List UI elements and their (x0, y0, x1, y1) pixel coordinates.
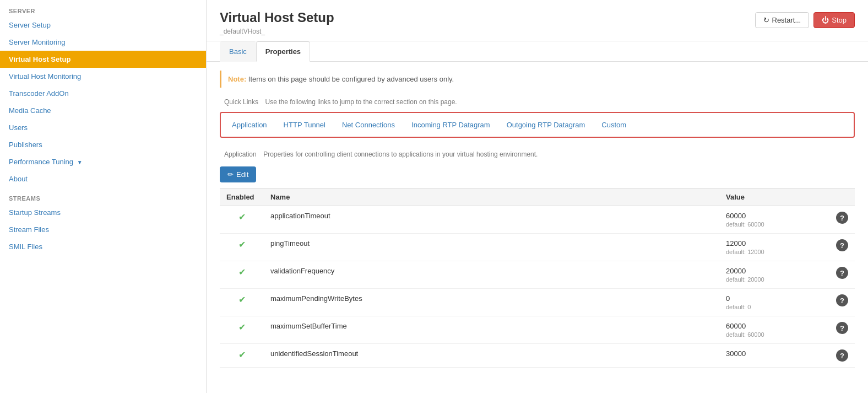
name-cell-1: pingTimeout (264, 234, 719, 261)
tabs: BasicProperties (207, 41, 868, 62)
help-icon[interactable]: ? (836, 212, 848, 224)
edit-button[interactable]: ✏ Edit (220, 166, 256, 182)
col-header-name: Name (264, 189, 719, 206)
top-bar: Virtual Host Setup _defaultVHost_ ↻ Rest… (207, 0, 868, 41)
enabled-cell-0: ✔ (220, 206, 264, 234)
help-cell-1: ? (829, 234, 855, 261)
table-row: ✔applicationTimeout60000default: 60000? (220, 206, 855, 234)
tab-basic[interactable]: Basic (220, 41, 256, 62)
col-header-value: Value (719, 189, 829, 206)
sidebar-streams-items: Startup StreamsStream FilesSMIL Files (0, 204, 206, 255)
enabled-checkmark-icon: ✔ (226, 267, 257, 277)
help-icon[interactable]: ? (836, 267, 848, 279)
table-row: ✔maximumSetBufferTime60000default: 60000… (220, 316, 855, 344)
sidebar: SERVER Server SetupServer MonitoringVirt… (0, 0, 207, 393)
quick-links-box: ApplicationHTTP TunnelNet ConnectionsInc… (220, 112, 855, 138)
name-cell-0: applicationTimeout (264, 206, 719, 234)
enabled-checkmark-icon: ✔ (226, 239, 257, 250)
enabled-cell-2: ✔ (220, 261, 264, 289)
stop-icon: ⏻ (822, 16, 829, 24)
edit-icon: ✏ (227, 170, 234, 179)
help-icon[interactable]: ? (836, 349, 848, 362)
ql-incoming-rtp[interactable]: Incoming RTP Datagram (411, 121, 490, 129)
enabled-cell-1: ✔ (220, 234, 264, 261)
note-label: Note: (228, 75, 246, 83)
application-section-header: Application Properties for controlling c… (220, 149, 855, 159)
sidebar-item-virtual-host-setup[interactable]: Virtual Host Setup (0, 51, 206, 68)
application-section-description: Properties for controlling client connec… (263, 150, 538, 158)
help-icon[interactable]: ? (836, 322, 848, 334)
sidebar-server-items: Server SetupServer MonitoringVirtual Hos… (0, 17, 206, 187)
enabled-checkmark-icon: ✔ (226, 212, 257, 222)
name-cell-2: validationFrequency (264, 261, 719, 289)
page-subtitle: _defaultVHost_ (220, 28, 334, 35)
table-row: ✔unidentifiedSessionTimeout30000? (220, 344, 855, 368)
help-cell-3: ? (829, 289, 855, 316)
table-row: ✔validationFrequency20000default: 20000? (220, 261, 855, 289)
enabled-cell-4: ✔ (220, 316, 264, 344)
enabled-cell-3: ✔ (220, 289, 264, 316)
main-content: Virtual Host Setup _defaultVHost_ ↻ Rest… (207, 0, 868, 393)
ql-outgoing-rtp[interactable]: Outgoing RTP Datagram (507, 121, 585, 129)
note-bar: Note: Items on this page should be confi… (220, 71, 855, 88)
sidebar-item-media-cache[interactable]: Media Cache (0, 102, 206, 119)
sidebar-item-transcoder-addon[interactable]: Transcoder AddOn (0, 85, 206, 102)
sidebar-item-users[interactable]: Users (0, 119, 206, 136)
tab-properties[interactable]: Properties (256, 41, 310, 62)
table-row: ✔maximumPendingWriteBytes0default: 0? (220, 289, 855, 316)
name-cell-3: maximumPendingWriteBytes (264, 289, 719, 316)
edit-label: Edit (236, 170, 248, 179)
enabled-checkmark-icon: ✔ (226, 322, 257, 332)
ql-application[interactable]: Application (232, 121, 267, 129)
default-value-2: default: 20000 (726, 276, 823, 283)
value-cell-4: 60000default: 60000 (719, 316, 829, 344)
col-header-enabled: Enabled (220, 189, 264, 206)
sidebar-item-server-setup[interactable]: Server Setup (0, 17, 206, 34)
note-text: Items on this page should be configured … (248, 75, 454, 83)
restart-icon: ↻ (763, 16, 769, 24)
content-area: Note: Items on this page should be confi… (207, 62, 868, 376)
help-icon[interactable]: ? (836, 239, 848, 251)
ql-custom[interactable]: Custom (601, 121, 626, 129)
page-header: Virtual Host Setup _defaultVHost_ (220, 10, 334, 35)
sidebar-item-publishers[interactable]: Publishers (0, 136, 206, 153)
default-value-3: default: 0 (726, 304, 823, 310)
value-cell-5: 30000 (719, 344, 829, 368)
ql-net-connections[interactable]: Net Connections (342, 121, 395, 129)
quick-links-description: Use the following links to jump to the c… (265, 98, 457, 106)
sidebar-item-startup-streams[interactable]: Startup Streams (0, 204, 206, 221)
page-title: Virtual Host Setup (220, 10, 334, 25)
stop-button[interactable]: ⏻ Stop (813, 12, 855, 28)
col-header-help (829, 189, 855, 206)
restart-button[interactable]: ↻ Restart... (755, 12, 810, 28)
sidebar-item-performance-tuning[interactable]: Performance Tuning ▼ (0, 153, 206, 170)
enabled-checkmark-icon: ✔ (226, 349, 257, 360)
value-cell-0: 60000default: 60000 (719, 206, 829, 234)
default-value-1: default: 12000 (726, 249, 823, 255)
properties-table: Enabled Name Value ✔applicationTimeout60… (220, 188, 855, 368)
value-cell-1: 12000default: 12000 (719, 234, 829, 261)
top-buttons: ↻ Restart... ⏻ Stop (755, 12, 855, 28)
help-cell-0: ? (829, 206, 855, 234)
default-value-4: default: 60000 (726, 331, 823, 338)
default-value-0: default: 60000 (726, 221, 823, 228)
value-cell-2: 20000default: 20000 (719, 261, 829, 289)
sidebar-item-about[interactable]: About (0, 170, 206, 187)
help-icon[interactable]: ? (836, 294, 848, 306)
sidebar-item-smil-files[interactable]: SMIL Files (0, 238, 206, 255)
sidebar-item-virtual-host-monitoring[interactable]: Virtual Host Monitoring (0, 68, 206, 85)
sidebar-section-server: SERVER (0, 0, 206, 17)
sidebar-section-streams: STREAMS (0, 187, 206, 204)
sidebar-item-stream-files[interactable]: Stream Files (0, 221, 206, 238)
sidebar-item-server-monitoring[interactable]: Server Monitoring (0, 34, 206, 51)
value-cell-3: 0default: 0 (719, 289, 829, 316)
table-row: ✔pingTimeout12000default: 12000? (220, 234, 855, 261)
enabled-checkmark-icon: ✔ (226, 294, 257, 305)
help-cell-2: ? (829, 261, 855, 289)
help-cell-5: ? (829, 344, 855, 368)
table-body: ✔applicationTimeout60000default: 60000?✔… (220, 206, 855, 368)
stop-label: Stop (832, 16, 847, 24)
restart-label: Restart... (772, 16, 801, 24)
ql-http-tunnel[interactable]: HTTP Tunnel (284, 121, 326, 129)
name-cell-4: maximumSetBufferTime (264, 316, 719, 344)
